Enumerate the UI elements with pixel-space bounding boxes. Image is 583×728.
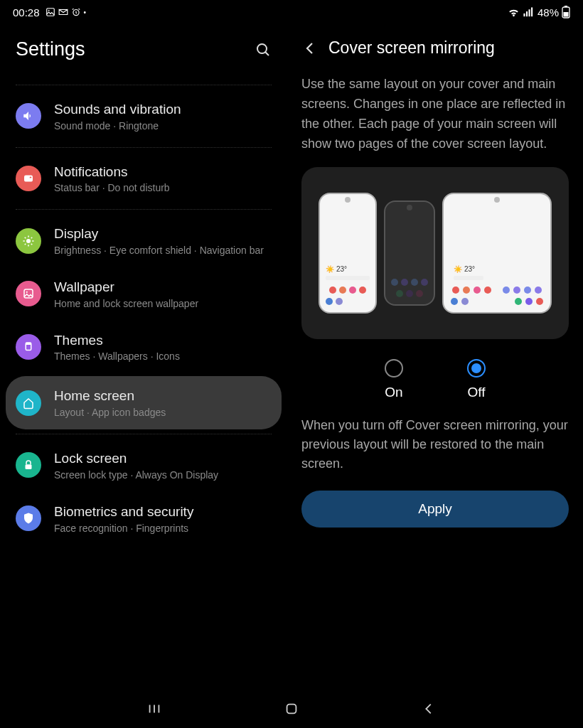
svg-rect-8 [565, 6, 567, 7]
svg-point-24 [26, 291, 28, 293]
wallpaper-icon [16, 281, 41, 306]
settings-item-title: Wallpaper [54, 279, 198, 296]
svg-line-19 [25, 237, 26, 238]
settings-item-title: Home screen [54, 387, 166, 405]
settings-item-subtitle: Screen lock type · Always On Display [54, 469, 218, 481]
radio-row: On Off [301, 339, 569, 413]
apply-button[interactable]: Apply [301, 491, 569, 528]
radio-option-on[interactable]: On [385, 359, 403, 400]
settings-item-subtitle: Themes · Wallpapers · Icons [54, 350, 180, 362]
status-time: 00:28 [13, 6, 40, 18]
svg-line-11 [265, 52, 269, 55]
settings-item-lock-screen[interactable]: Lock screen Screen lock type · Always On… [0, 439, 287, 492]
svg-rect-26 [26, 343, 31, 345]
svg-point-10 [257, 44, 267, 53]
settings-item-title: Biometrics and security [54, 503, 193, 521]
settings-item-subtitle: Sound mode · Ringtone [54, 120, 181, 132]
settings-item-title: Sounds and vibration [54, 101, 181, 119]
settings-list: Sounds and vibration Sound mode · Ringto… [0, 80, 287, 690]
battery-text: 48% [537, 6, 559, 18]
phone-preview-main: ☀️23° [442, 193, 552, 314]
detail-title: Cover screen mirroring [328, 38, 495, 58]
off-description: When you turn off Cover screen mirroring… [301, 413, 569, 491]
mail-icon [58, 7, 68, 17]
phone-preview-dimmed [384, 200, 435, 306]
settings-item-subtitle: Face recognition · Fingerprints [54, 523, 193, 534]
settings-item-title: Display [54, 225, 264, 243]
settings-item-sounds-and-vibration[interactable]: Sounds and vibration Sound mode · Ringto… [0, 90, 287, 143]
search-icon[interactable] [255, 41, 272, 58]
svg-rect-4 [526, 11, 528, 16]
wifi-icon [508, 6, 520, 18]
svg-rect-5 [528, 9, 530, 16]
lock-icon [16, 452, 41, 478]
svg-rect-9 [564, 12, 569, 17]
back-icon[interactable] [301, 40, 319, 57]
svg-line-20 [31, 243, 33, 245]
settings-item-wallpaper[interactable]: Wallpaper Home and lock screen wallpaper [0, 267, 287, 321]
settings-item-display[interactable]: Display Brightness · Eye comfort shield … [0, 214, 287, 267]
settings-item-subtitle: Home and lock screen wallpaper [54, 298, 198, 309]
settings-item-title: Notifications [54, 164, 170, 181]
image-icon [46, 7, 55, 17]
nav-recent-button[interactable] [145, 700, 164, 718]
settings-item-title: Lock screen [54, 450, 218, 468]
preview-box: ☀️23° ☀️23° [301, 167, 569, 339]
nav-home-button[interactable] [282, 700, 301, 718]
themes-icon [16, 334, 41, 360]
svg-rect-31 [287, 705, 296, 714]
svg-line-22 [31, 237, 33, 238]
shield-icon [16, 505, 41, 531]
display-icon [16, 228, 41, 254]
svg-rect-6 [531, 7, 533, 16]
svg-point-1 [48, 10, 49, 11]
radio-label-on: On [385, 385, 402, 400]
radio-option-off[interactable]: Off [467, 359, 486, 400]
settings-item-title: Themes [54, 332, 180, 350]
settings-item-notifications[interactable]: Notifications Status bar · Do not distur… [0, 152, 287, 205]
svg-rect-12 [24, 176, 33, 182]
settings-item-biometrics-and-security[interactable]: Biometrics and security Face recognition… [0, 492, 287, 545]
settings-item-subtitle: Status bar · Do not disturb [54, 182, 170, 193]
settings-item-subtitle: Layout · App icon badges [54, 407, 166, 418]
svg-rect-27 [26, 465, 32, 470]
radio-label-off: Off [468, 385, 486, 400]
status-left-icons: • [46, 7, 87, 17]
settings-title: Settings [16, 38, 85, 60]
status-bar: 00:28 • 48% [0, 0, 583, 24]
svg-rect-0 [46, 9, 54, 16]
detail-pane: Cover screen mirroring Use the same layo… [287, 24, 583, 690]
svg-rect-23 [24, 289, 33, 298]
nav-back-button[interactable] [419, 700, 438, 718]
settings-pane: Settings Sounds and vibration Sound mode… [0, 24, 287, 690]
svg-point-13 [30, 176, 32, 178]
battery-icon [562, 6, 570, 18]
settings-item-home-screen[interactable]: Home screen Layout · App icon badges [6, 376, 282, 429]
nav-bar [0, 690, 583, 728]
home-icon [16, 390, 41, 416]
svg-point-14 [26, 239, 31, 243]
signal-icon [523, 6, 535, 18]
radio-on[interactable] [385, 359, 403, 378]
notif-icon [16, 166, 41, 191]
settings-item-subtitle: Brightness · Eye comfort shield · Naviga… [54, 245, 264, 256]
svg-line-21 [25, 243, 26, 245]
alarm-icon [71, 7, 81, 17]
sound-icon [16, 103, 41, 129]
settings-item-themes[interactable]: Themes Themes · Wallpapers · Icons [0, 321, 287, 374]
radio-off[interactable] [467, 359, 486, 378]
phone-preview-cover: ☀️23° [319, 193, 377, 314]
svg-rect-3 [523, 13, 525, 16]
detail-description: Use the same layout on your cover and ma… [301, 72, 569, 167]
